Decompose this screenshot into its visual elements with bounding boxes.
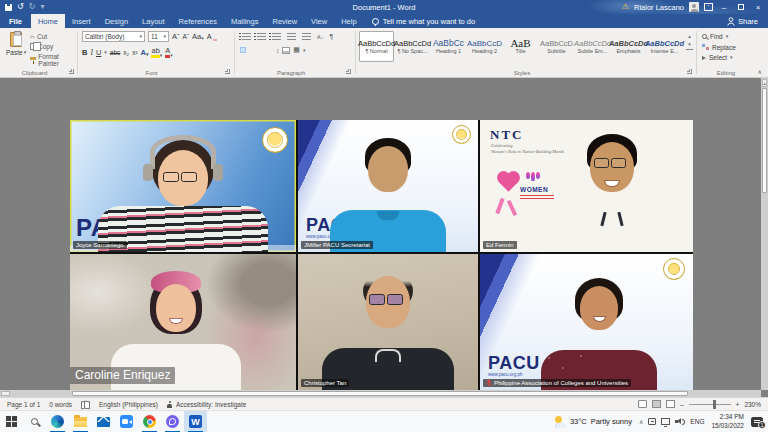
- word-count[interactable]: 0 words: [49, 401, 72, 408]
- zoom-slider[interactable]: [689, 404, 731, 405]
- taskbar-file-explorer[interactable]: [69, 411, 92, 432]
- style-intense-emphasis[interactable]: AaBbCcDdIntense E...: [647, 31, 682, 62]
- collapse-ribbon-icon[interactable]: ∧: [758, 68, 762, 75]
- styles-scroll-down-icon[interactable]: ▾: [688, 41, 691, 47]
- accessibility-status[interactable]: Accessibility: Investigate: [167, 401, 246, 408]
- styles-more-icon[interactable]: [686, 49, 693, 50]
- participant-tile-joyce[interactable]: PAC Joyce Samaniego: [70, 120, 296, 252]
- save-icon[interactable]: [5, 4, 12, 11]
- taskbar-zoom-app[interactable]: [115, 411, 138, 432]
- volume-icon[interactable]: [675, 418, 685, 426]
- paste-button[interactable]: Paste▾: [6, 32, 26, 56]
- highlight-button[interactable]: ab▾: [151, 46, 162, 58]
- minimize-button[interactable]: –: [718, 3, 730, 12]
- font-family-select[interactable]: Calibri (Body)▾: [82, 31, 145, 42]
- restore-button[interactable]: [735, 3, 747, 12]
- tab-review[interactable]: Review: [265, 14, 304, 28]
- hidden-icons-chevron[interactable]: ∧: [639, 418, 643, 425]
- action-center-icon[interactable]: 1: [751, 417, 763, 427]
- participant-tile-caroline[interactable]: Caroline Enriquez: [70, 254, 296, 390]
- language-indicator[interactable]: English (Philippines): [99, 401, 158, 408]
- redo-icon[interactable]: ↻: [29, 3, 36, 11]
- participant-tile-ed[interactable]: NTC CelebratingWomen's Role in Nation-Bu…: [480, 120, 693, 252]
- horizontal-scroll-thumb[interactable]: [72, 391, 688, 396]
- tab-mailings[interactable]: Mailings: [224, 14, 266, 28]
- customize-qat-icon[interactable]: ▾: [40, 3, 44, 11]
- zoom-level[interactable]: 230%: [744, 401, 761, 408]
- clipboard-dialog-launcher[interactable]: [69, 69, 74, 74]
- bold-button[interactable]: B: [82, 48, 87, 57]
- replace-button[interactable]: Replace: [702, 44, 736, 51]
- align-left-button[interactable]: [240, 47, 246, 53]
- tab-view[interactable]: View: [304, 14, 334, 28]
- print-layout-button[interactable]: [652, 400, 661, 408]
- align-center-button[interactable]: [249, 47, 255, 53]
- network-icon[interactable]: [661, 418, 670, 425]
- format-painter-button[interactable]: Format Painter: [30, 53, 77, 67]
- subscript-button[interactable]: x₂: [123, 49, 129, 56]
- tab-help[interactable]: Help: [334, 14, 363, 28]
- tab-design[interactable]: Design: [98, 14, 135, 28]
- tab-file[interactable]: File: [0, 14, 31, 28]
- font-size-select[interactable]: 11▾: [148, 31, 169, 42]
- horizontal-scrollbar[interactable]: [0, 390, 761, 397]
- multilevel-list-icon[interactable]: [272, 33, 281, 40]
- read-mode-button[interactable]: [638, 400, 647, 408]
- select-button[interactable]: Select▾: [702, 54, 736, 61]
- styles-scroll-up-icon[interactable]: ▴: [688, 33, 691, 39]
- taskbar-viber[interactable]: [161, 411, 184, 432]
- borders-dropdown-icon[interactable]: ▾: [303, 48, 306, 53]
- tab-references[interactable]: References: [172, 14, 224, 28]
- ribbon-display-options-icon[interactable]: ˆ: [704, 3, 713, 11]
- style-subtle-emphasis[interactable]: AaBbCcDdSubtle Em...: [575, 31, 610, 62]
- taskbar-word-active[interactable]: W: [184, 411, 207, 432]
- clock[interactable]: 2:34 PM 15/03/2022: [711, 413, 744, 429]
- participant-tile-pacu[interactable]: PACUwww.pacu.org.ph Philippine Associati…: [480, 254, 693, 390]
- increase-indent-icon[interactable]: [302, 33, 311, 40]
- zoom-slider-thumb[interactable]: [713, 400, 716, 409]
- underline-dropdown-icon[interactable]: ▾: [104, 50, 107, 55]
- style-normal[interactable]: AaBbCcDd¶ Normal: [359, 31, 394, 62]
- proofing-icon[interactable]: [81, 401, 90, 407]
- weather-widget[interactable]: 33°C Partly sunny: [554, 416, 632, 428]
- change-case-button[interactable]: Aa▾: [192, 32, 204, 41]
- web-layout-button[interactable]: [666, 400, 675, 408]
- align-right-button[interactable]: [258, 47, 264, 53]
- taskbar-chrome[interactable]: [138, 411, 161, 432]
- vertical-scroll-thumb[interactable]: [762, 88, 767, 193]
- sort-icon[interactable]: A↓: [317, 34, 323, 40]
- tab-layout[interactable]: Layout: [135, 14, 172, 28]
- grow-font-button[interactable]: Aˆ: [172, 32, 180, 41]
- copy-button[interactable]: Copy: [30, 43, 77, 50]
- find-button[interactable]: Find▾: [702, 33, 736, 40]
- justify-button[interactable]: [267, 47, 273, 53]
- italic-button[interactable]: I: [90, 48, 93, 57]
- vertical-scrollbar[interactable]: ▴: [761, 78, 768, 390]
- underline-button[interactable]: U: [96, 48, 101, 57]
- cut-button[interactable]: ✂Cut: [30, 33, 77, 40]
- tab-insert[interactable]: Insert: [65, 14, 98, 28]
- tab-home[interactable]: Home: [31, 14, 65, 28]
- signed-in-user[interactable]: Rialor Lascano: [634, 3, 684, 12]
- undo-icon[interactable]: ↺: [17, 3, 24, 11]
- warning-icon[interactable]: ⚠: [622, 3, 629, 11]
- font-dialog-launcher[interactable]: [225, 69, 230, 74]
- page-indicator[interactable]: Page 1 of 1: [7, 401, 40, 408]
- style-heading1[interactable]: AaBbCcHeading 1: [431, 31, 466, 62]
- scroll-up-button[interactable]: ▴: [762, 79, 767, 87]
- zoom-in-button[interactable]: +: [736, 401, 740, 408]
- close-button[interactable]: ×: [752, 3, 764, 12]
- superscript-button[interactable]: x²: [132, 49, 137, 56]
- line-spacing-icon[interactable]: ↕: [276, 47, 279, 54]
- decrease-indent-icon[interactable]: [287, 33, 296, 40]
- style-heading2[interactable]: AaBbCcDHeading 2: [467, 31, 502, 62]
- taskbar-search-button[interactable]: [23, 411, 46, 432]
- user-avatar[interactable]: [689, 2, 699, 12]
- style-subtitle[interactable]: AaBbCcDSubtitle: [539, 31, 574, 62]
- taskbar-edge[interactable]: [46, 411, 69, 432]
- paragraph-dialog-launcher[interactable]: [346, 69, 351, 74]
- style-no-spacing[interactable]: AaBbCcDd¶ No Spac...: [395, 31, 430, 62]
- input-language[interactable]: ENG: [690, 418, 704, 425]
- scroll-left-button[interactable]: [1, 391, 10, 396]
- tell-me-box[interactable]: Tell me what you want to do: [372, 14, 476, 28]
